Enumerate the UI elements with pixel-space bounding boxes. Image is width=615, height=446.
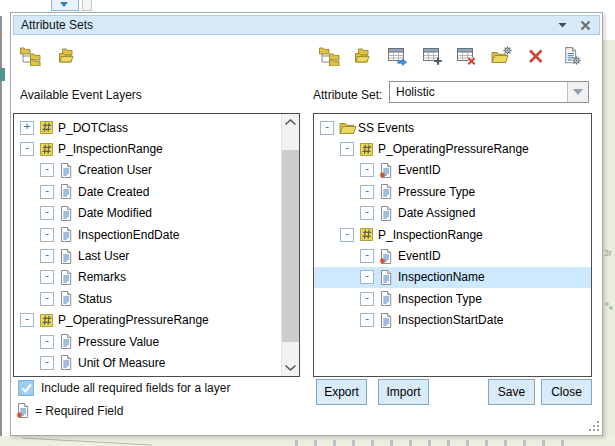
include-required-fields-label: Include all required fields for a layer bbox=[41, 381, 230, 395]
collapse-icon[interactable]: - bbox=[40, 292, 54, 306]
collapse-icon[interactable]: - bbox=[40, 206, 54, 220]
map-background-bottom bbox=[0, 436, 615, 446]
field-icon bbox=[379, 290, 398, 307]
tree-item[interactable]: -P_InspectionRange bbox=[314, 224, 591, 245]
expand-icon[interactable]: + bbox=[20, 121, 34, 135]
collapse-icon[interactable]: - bbox=[40, 163, 54, 177]
collapse-icon[interactable]: - bbox=[360, 163, 374, 177]
vertical-scrollbar[interactable] bbox=[281, 114, 299, 376]
tree-item-label: Unit Of Measure bbox=[78, 356, 165, 370]
tree-item-label: P_InspectionRange bbox=[58, 142, 163, 156]
table-arrow-icon[interactable] bbox=[386, 45, 410, 67]
tree-item[interactable]: -Inspection Type bbox=[314, 288, 591, 309]
tree-item[interactable]: -Date Created bbox=[14, 181, 299, 202]
tree-item-selected[interactable]: -InspectionName bbox=[314, 267, 591, 288]
toolbar-left bbox=[18, 44, 80, 68]
tree-item[interactable]: +P_DOTClass bbox=[14, 117, 299, 138]
delete-x-icon[interactable] bbox=[524, 45, 548, 67]
save-button[interactable]: Save bbox=[488, 379, 535, 405]
tree-item[interactable]: -SS Events bbox=[314, 117, 591, 138]
tree-item[interactable]: -P_InspectionRange bbox=[14, 138, 299, 159]
tree-item-label: Status bbox=[78, 292, 112, 306]
collapse-icon[interactable]: - bbox=[360, 249, 374, 263]
tree-folders-icon[interactable] bbox=[317, 45, 341, 67]
tree-item[interactable]: -Last User bbox=[14, 245, 299, 266]
tree-item-label: EventID bbox=[398, 163, 441, 177]
field-icon bbox=[59, 333, 78, 350]
import-button[interactable]: Import bbox=[378, 379, 429, 405]
tree-item[interactable]: -EventID bbox=[314, 160, 591, 181]
attribute-set-combobox[interactable]: Holistic bbox=[389, 81, 589, 103]
tree-item[interactable]: -InspectionStartDate bbox=[314, 310, 591, 331]
collapse-icon[interactable]: - bbox=[40, 249, 54, 263]
collapse-icon[interactable]: - bbox=[340, 228, 354, 242]
tree-folders-icon[interactable] bbox=[18, 45, 42, 67]
tree-item[interactable]: -Creation User bbox=[14, 160, 299, 181]
panel-titlebar[interactable]: Attribute Sets bbox=[13, 15, 600, 35]
collapse-icon[interactable]: - bbox=[40, 228, 54, 242]
collapse-icon[interactable]: - bbox=[320, 121, 334, 135]
tree-item-label: InspectionStartDate bbox=[398, 313, 503, 327]
close-icon[interactable] bbox=[578, 18, 592, 32]
close-button[interactable]: Close bbox=[541, 379, 592, 405]
scrollbar-thumb[interactable] bbox=[282, 150, 299, 342]
tree-item[interactable]: -Unit Of Measure bbox=[14, 352, 299, 373]
collapse-icon[interactable]: - bbox=[40, 270, 54, 284]
map-feature-dots bbox=[603, 298, 615, 312]
tree-item-label: Creation User bbox=[78, 163, 152, 177]
required-field-icon bbox=[16, 402, 30, 419]
tree-item[interactable]: -EventID bbox=[314, 245, 591, 266]
collapse-icon[interactable]: - bbox=[20, 142, 34, 156]
tree-item-label: Remarks bbox=[78, 270, 126, 284]
field-icon bbox=[59, 248, 78, 265]
collapse-icon[interactable]: - bbox=[40, 185, 54, 199]
include-required-fields-checkbox[interactable] bbox=[18, 380, 34, 396]
scroll-up-icon[interactable] bbox=[282, 115, 299, 130]
tree-item[interactable]: -P_OperatingPressureRange bbox=[14, 310, 299, 331]
collapse-icon[interactable]: - bbox=[40, 335, 54, 349]
tree-item[interactable]: -Date Assigned bbox=[314, 203, 591, 224]
combobox-dropdown-button[interactable] bbox=[567, 82, 588, 102]
field-icon bbox=[379, 312, 398, 329]
tree-item[interactable]: -Date Modified bbox=[14, 203, 299, 224]
field-icon bbox=[59, 162, 78, 179]
folders-stack-icon[interactable] bbox=[352, 45, 376, 67]
tree-item[interactable]: -Remarks bbox=[14, 267, 299, 288]
collapse-icon[interactable]: - bbox=[340, 142, 354, 156]
event-layer-icon bbox=[39, 120, 58, 135]
required-field-legend-text: = Required Field bbox=[35, 404, 123, 418]
panel-title: Attribute Sets bbox=[21, 18, 93, 32]
collapse-icon[interactable]: - bbox=[360, 313, 374, 327]
tree-item-label: SS Events bbox=[358, 121, 414, 135]
tree-item-label: P_OperatingPressureRange bbox=[378, 142, 529, 156]
tree-item-label: P_InspectionRange bbox=[378, 228, 483, 242]
event-layer-icon bbox=[359, 227, 378, 242]
collapse-icon[interactable]: - bbox=[40, 356, 54, 370]
map-label-fragment: 3r bbox=[604, 248, 612, 258]
collapse-icon[interactable]: - bbox=[20, 313, 34, 327]
folder-gear-icon[interactable] bbox=[490, 45, 514, 67]
collapse-icon[interactable]: - bbox=[360, 270, 374, 284]
tree-item-label: P_DOTClass bbox=[58, 121, 128, 135]
background-toolbar-fragment bbox=[82, 0, 92, 11]
scroll-down-icon[interactable] bbox=[282, 360, 299, 375]
collapse-icon[interactable]: - bbox=[360, 185, 374, 199]
tree-item[interactable]: -P_OperatingPressureRange bbox=[314, 138, 591, 159]
tree-item[interactable]: -Pressure Value bbox=[14, 331, 299, 352]
document-gear-icon[interactable] bbox=[559, 45, 583, 67]
tree-item[interactable]: -Pressure Type bbox=[314, 181, 591, 202]
collapse-icon[interactable]: - bbox=[360, 292, 374, 306]
event-layer-icon bbox=[39, 142, 58, 157]
tree-item[interactable]: -InspectionEndDate bbox=[14, 224, 299, 245]
folders-stack-icon[interactable] bbox=[56, 45, 80, 67]
tree-item-label: Date Modified bbox=[78, 206, 152, 220]
table-plus-icon[interactable] bbox=[421, 45, 445, 67]
collapse-icon[interactable]: - bbox=[360, 206, 374, 220]
tree-item[interactable]: -Status bbox=[14, 288, 299, 309]
tree-item-label: InspectionEndDate bbox=[78, 228, 179, 242]
resize-grip[interactable] bbox=[588, 421, 599, 432]
export-button[interactable]: Export bbox=[316, 379, 367, 405]
caret-down-icon[interactable] bbox=[555, 18, 569, 32]
field-icon bbox=[59, 183, 78, 200]
table-delete-icon[interactable] bbox=[455, 45, 479, 67]
